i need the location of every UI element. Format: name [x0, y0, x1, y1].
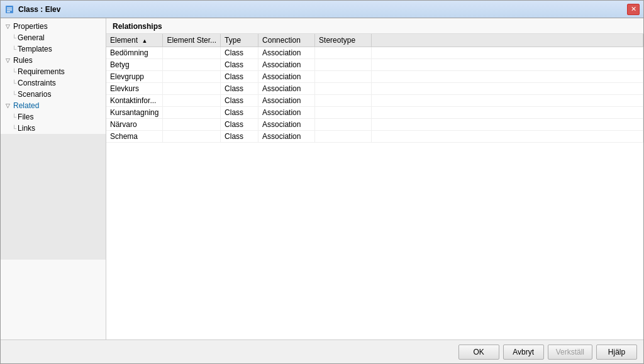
cell-connection: Association	[258, 71, 315, 83]
cell-extra	[372, 107, 643, 119]
footer: OK Avbryt Verkställ Hjälp	[1, 339, 643, 363]
cell-type: Class	[221, 119, 258, 131]
cell-element: Närvaro	[106, 119, 163, 131]
svg-rect-3	[7, 11, 10, 13]
main-panel: Relationships Element ▲ Element Ster...	[106, 18, 643, 339]
expand-icon-rules: ▽	[3, 56, 12, 65]
cell-element_ster	[163, 47, 221, 59]
col-stereotype[interactable]: Stereotype	[315, 34, 372, 47]
svg-rect-2	[7, 9, 12, 11]
cell-stereotype	[315, 95, 372, 107]
cell-stereotype	[315, 47, 372, 59]
svg-rect-1	[7, 8, 12, 9]
sidebar-item-links[interactable]: └ Links	[9, 123, 106, 134]
sidebar-item-label-constraints: Constraints	[18, 79, 56, 87]
expand-icon-related: ▽	[3, 101, 12, 110]
cell-element_ster	[163, 59, 221, 71]
sidebar-item-label-links: Links	[18, 124, 35, 133]
cell-extra	[372, 119, 643, 131]
col-element[interactable]: Element ▲	[106, 34, 163, 47]
sidebar-item-templates[interactable]: └ Templates	[9, 43, 106, 55]
ok-button[interactable]: OK	[458, 345, 499, 360]
title-bar: Class : Elev ✕	[1, 1, 643, 18]
sidebar-item-scenarios[interactable]: └ Scenarios	[9, 89, 106, 100]
sidebar-item-properties[interactable]: ▽ Properties	[1, 21, 106, 32]
cell-extra	[372, 71, 643, 83]
cell-connection: Association	[258, 47, 315, 59]
cell-extra	[372, 47, 643, 59]
sidebar-item-general[interactable]: └ General	[9, 32, 106, 43]
content-area: ▽ Properties └ General └ Templates ▽ Rul…	[1, 18, 643, 339]
sidebar-item-related[interactable]: ▽ Related	[1, 100, 106, 111]
col-connection[interactable]: Connection	[258, 34, 315, 47]
connector-constraints: └	[12, 80, 16, 87]
cell-extra	[372, 83, 643, 95]
expand-icon-properties: ▽	[3, 22, 12, 31]
table-row[interactable]: SchemaClassAssociation	[106, 131, 643, 143]
window-title: Class : Elev	[18, 5, 627, 14]
table-row[interactable]: KursantagningClassAssociation	[106, 107, 643, 119]
cell-element: Schema	[106, 131, 163, 143]
cell-extra	[372, 95, 643, 107]
cell-type: Class	[221, 131, 258, 143]
apply-button[interactable]: Verkställ	[548, 345, 592, 360]
sidebar-item-label-requirements: Requirements	[18, 67, 65, 76]
cell-connection: Association	[258, 59, 315, 71]
col-element-ster[interactable]: Element Ster...	[163, 34, 221, 47]
sidebar-item-label-general: General	[18, 33, 45, 42]
cell-element: Kursantagning	[106, 107, 163, 119]
sort-arrow-element: ▲	[142, 38, 147, 44]
cell-connection: Association	[258, 131, 315, 143]
connector-links: └	[12, 125, 16, 132]
table-row[interactable]: Kontaktinfor...ClassAssociation	[106, 95, 643, 107]
connector-scenarios: └	[12, 91, 16, 98]
col-type[interactable]: Type	[221, 34, 258, 47]
connector-requirements: └	[12, 69, 16, 75]
cell-extra	[372, 59, 643, 71]
sidebar-item-requirements[interactable]: └ Requirements	[9, 66, 106, 77]
cell-element_ster	[163, 107, 221, 119]
cancel-button[interactable]: Avbryt	[503, 345, 544, 360]
sidebar-item-label-rules: Rules	[13, 56, 33, 65]
cell-connection: Association	[258, 119, 315, 131]
cell-element: Kontaktinfor...	[106, 95, 163, 107]
table-container[interactable]: Element ▲ Element Ster... Type Connectio…	[106, 34, 643, 339]
help-button[interactable]: Hjälp	[596, 345, 637, 360]
cell-element_ster	[163, 119, 221, 131]
table-row[interactable]: BedömningClassAssociation	[106, 47, 643, 59]
cell-element_ster	[163, 131, 221, 143]
table-row[interactable]: ElevgruppClassAssociation	[106, 71, 643, 83]
sidebar-item-constraints[interactable]: └ Constraints	[9, 77, 106, 89]
cell-stereotype	[315, 119, 372, 131]
close-button[interactable]: ✕	[627, 4, 640, 15]
cell-type: Class	[221, 107, 258, 119]
sidebar-item-files[interactable]: └ Files	[9, 111, 106, 123]
connector-templates: └	[12, 46, 16, 53]
cell-type: Class	[221, 47, 258, 59]
cell-stereotype	[315, 83, 372, 95]
table-header-row: Element ▲ Element Ster... Type Connectio…	[106, 34, 643, 47]
sidebar-item-label-related: Related	[13, 101, 39, 110]
cell-element: Bedömning	[106, 47, 163, 59]
table-row[interactable]: BetygClassAssociation	[106, 59, 643, 71]
connector-files: └	[12, 114, 16, 121]
col-extra	[372, 34, 643, 47]
cell-type: Class	[221, 83, 258, 95]
relationships-table: Element ▲ Element Ster... Type Connectio…	[106, 34, 643, 143]
sidebar-item-label-templates: Templates	[18, 45, 52, 53]
cell-type: Class	[221, 95, 258, 107]
cell-element: Elevkurs	[106, 83, 163, 95]
sidebar-item-label-properties: Properties	[13, 22, 48, 31]
cell-connection: Association	[258, 107, 315, 119]
table-row[interactable]: NärvaroClassAssociation	[106, 119, 643, 131]
sidebar-item-label-scenarios: Scenarios	[18, 90, 51, 99]
sidebar-item-label-files: Files	[18, 113, 33, 121]
cell-stereotype	[315, 107, 372, 119]
cell-element_ster	[163, 95, 221, 107]
cell-element_ster	[163, 83, 221, 95]
sidebar-item-rules[interactable]: ▽ Rules	[1, 55, 106, 66]
table-row[interactable]: ElevkursClassAssociation	[106, 83, 643, 95]
cell-connection: Association	[258, 95, 315, 107]
sidebar: ▽ Properties └ General └ Templates ▽ Rul…	[1, 18, 106, 339]
cell-type: Class	[221, 71, 258, 83]
